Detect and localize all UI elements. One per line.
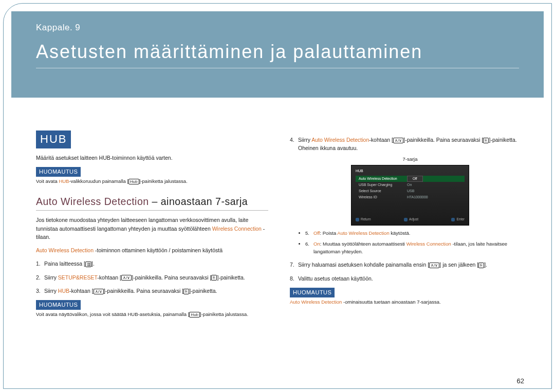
bullet-off: Off: Poista Auto Wireless Detection käyt… xyxy=(305,230,522,237)
note-2: Voit avata näyttövalikon, jossa voit sää… xyxy=(36,311,268,319)
chapter-banner: Kappale. 9 Asetusten määrittäminen ja pa… xyxy=(11,11,544,98)
content-area: HUB Määritä asetukset laitteen HUB-toimi… xyxy=(36,130,522,371)
up-down-icon: ∧/∨ xyxy=(393,138,403,143)
step-1: Paina laitteessa [▥]. xyxy=(36,259,268,268)
note-badge: HUOMAUTUS xyxy=(36,167,81,177)
page-number: 62 xyxy=(517,377,524,385)
note-badge-3: HUOMAUTUS xyxy=(290,288,335,297)
step-2: Siirry SETUP&RESET-kohtaan [∧/∨]-painikk… xyxy=(36,273,268,282)
enter-icon: ⎘ xyxy=(211,275,217,281)
subheading-awd: Auto Wireless Detection – ainoastaan 7-s… xyxy=(36,194,268,211)
enter-icon: ⎘ xyxy=(478,263,484,268)
step-3: Siirry HUB-kohtaan [∧/∨]-painikkeilla. P… xyxy=(36,287,268,295)
osd-row-source: Select SourceUSB xyxy=(356,188,465,194)
up-down-icon: ∧/∨ xyxy=(94,289,104,294)
left-column: HUB Määritä asetukset laitteen HUB-toimi… xyxy=(36,130,268,371)
step-6: Valittu asetus otetaan käyttöön. xyxy=(290,274,522,283)
menu-icon: ▥ xyxy=(85,262,91,267)
hub-heading: HUB xyxy=(36,130,71,148)
osd-footer: Return Adjust Enter xyxy=(356,217,465,222)
steps-intro: Auto Wireless Detection -toiminnon ottam… xyxy=(36,246,268,254)
step-5: Siirry haluamasi asetuksen kohdalle pain… xyxy=(290,260,522,269)
page-title: Asetusten määrittäminen ja palauttaminen xyxy=(36,41,519,68)
wireless-connection-link: Wireless Connection xyxy=(212,226,262,232)
osd-row-awd: Auto Wireless DetectionOff xyxy=(356,176,465,182)
awd-link: Auto Wireless Detection xyxy=(311,137,369,143)
right-column: Siirry Auto Wireless Detection-kohtaan [… xyxy=(290,130,522,371)
up-down-icon: ∧/∨ xyxy=(121,275,132,281)
osd-title: HUB xyxy=(356,169,465,174)
hub-link: HUB xyxy=(59,178,69,184)
hub-button-icon: Hub xyxy=(189,312,200,318)
enter-icon: ⎘ xyxy=(183,289,189,294)
option-bullets: Off: Poista Auto Wireless Detection käyt… xyxy=(298,230,522,255)
hub-link-2: HUB xyxy=(58,288,69,294)
bullet-on: On: Muuttaa syöttölähteen automaattisest… xyxy=(305,240,522,255)
steps-list-left: Paina laitteessa [▥]. Siirry SETUP&RESET… xyxy=(36,259,268,295)
osd-return: Return xyxy=(356,217,371,222)
steps-list-right: Siirry Auto Wireless Detection-kohtaan [… xyxy=(290,136,522,283)
osd-screenshot: 7-sarja HUB Auto Wireless DetectionOff U… xyxy=(298,156,522,226)
note-3: Auto Wireless Detection -ominaisuutta tu… xyxy=(290,298,522,306)
osd-row-wid: Wireless IDHTA1000000 xyxy=(356,194,465,200)
note-1: Voit avata HUB-valikkoruudun painamalla … xyxy=(36,178,268,185)
osd-adjust: Adjust xyxy=(404,217,418,222)
chapter-label: Kappale. 9 xyxy=(36,23,519,33)
hub-intro: Määritä asetukset laitteen HUB-toiminnon… xyxy=(36,154,268,162)
osd-enter: Enter xyxy=(451,217,465,222)
osd-row-usbcharge: USB Super ChargingOn xyxy=(356,182,465,188)
awd-description: Jos tietokone muodostaa yhteyden laittee… xyxy=(36,216,268,241)
hub-button-icon: Hub xyxy=(128,179,139,184)
note-badge-2: HUOMAUTUS xyxy=(36,300,81,310)
enter-icon: ⎘ xyxy=(483,138,489,143)
series-label: 7-sarja xyxy=(298,156,522,163)
up-down-icon: ∧/∨ xyxy=(429,263,439,268)
step-4: Siirry Auto Wireless Detection-kohtaan [… xyxy=(290,136,522,255)
osd-window: HUB Auto Wireless DetectionOff USB Super… xyxy=(351,165,469,226)
setup-reset-link: SETUP&RESET xyxy=(58,274,97,281)
